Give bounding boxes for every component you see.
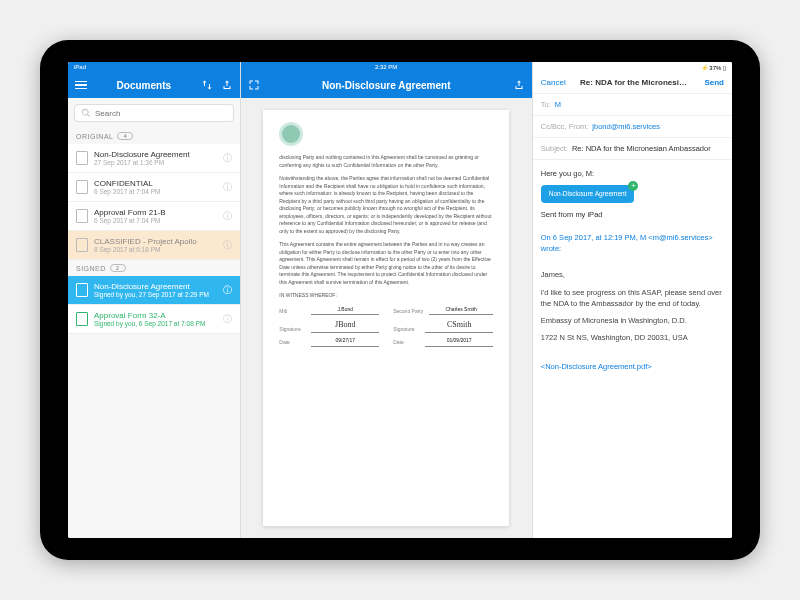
info-icon[interactable]: ⓘ bbox=[223, 210, 232, 223]
cc-field[interactable]: Cc/Bcc, From:jbond@mi6.services bbox=[533, 116, 732, 138]
mail-signature: Sent from my iPad bbox=[541, 209, 724, 220]
clock: 2:32 PM bbox=[375, 64, 397, 70]
search-field[interactable] bbox=[74, 104, 234, 122]
documents-sidebar: iPad Documents ORIGINAL 4 bbox=[68, 62, 241, 538]
menu-icon[interactable] bbox=[74, 78, 88, 92]
share-icon[interactable] bbox=[512, 78, 526, 92]
cancel-button[interactable]: Cancel bbox=[541, 78, 566, 87]
info-icon[interactable]: ⓘ bbox=[223, 239, 232, 252]
search-input[interactable] bbox=[95, 109, 227, 118]
attachment-name: Non-Disclosure Agreement bbox=[549, 189, 627, 199]
expand-icon[interactable] bbox=[247, 78, 261, 92]
paragraph: This Agreement contains the entire agree… bbox=[279, 241, 493, 286]
sort-icon[interactable] bbox=[200, 78, 214, 92]
signature-scribble: CSmith bbox=[425, 319, 493, 333]
document-icon bbox=[76, 209, 88, 223]
page-container[interactable]: disclosing Party and nothing contained i… bbox=[241, 98, 532, 538]
info-icon[interactable]: ⓘ bbox=[223, 181, 232, 194]
crest-logo bbox=[279, 122, 303, 146]
quote-address: Embassy of Micronesia in Washington, D.D… bbox=[541, 315, 724, 326]
attachment-chip[interactable]: Non-Disclosure Agreement + bbox=[541, 185, 635, 203]
document-icon bbox=[76, 283, 88, 297]
quote-address: 1722 N St NS, Washington, DD 20031, USA bbox=[541, 332, 724, 343]
section-signed: SIGNED 2 bbox=[68, 260, 240, 276]
sidebar-toolbar: Documents bbox=[68, 72, 240, 98]
battery-status: ⚡ 37% ▯ bbox=[701, 64, 726, 71]
signed-count: 2 bbox=[110, 264, 126, 272]
status-bar-center-segment: 2:32 PM bbox=[241, 62, 532, 72]
quote-header: On 6 Sep 2017, at 12:19 PM, M <m@mi6.ser… bbox=[541, 232, 724, 255]
quote-greeting: James, bbox=[541, 269, 724, 280]
status-bar-left-segment: iPad bbox=[68, 62, 240, 72]
original-count: 4 bbox=[117, 132, 133, 140]
document-icon bbox=[76, 312, 88, 326]
info-icon[interactable]: ⓘ bbox=[223, 284, 232, 297]
greeting: Here you go, M: bbox=[541, 168, 724, 179]
paragraph: Notwithstanding the above, the Parties a… bbox=[279, 175, 493, 235]
witness-line: IN WITNESS WHEREOF: bbox=[279, 292, 493, 300]
to-field[interactable]: To:M bbox=[533, 94, 732, 116]
device-label: iPad bbox=[74, 64, 86, 70]
mail-toolbar: Cancel Re: NDA for the Micronesian… Send bbox=[533, 72, 732, 94]
share-icon[interactable] bbox=[220, 78, 234, 92]
send-button[interactable]: Send bbox=[704, 78, 724, 87]
doc-item[interactable]: CLASSIFIED - Project Apollo8 Sep 2017 at… bbox=[68, 231, 240, 260]
sidebar-title: Documents bbox=[94, 80, 194, 91]
info-icon[interactable]: ⓘ bbox=[223, 313, 232, 326]
status-bar-right-segment: ⚡ 37% ▯ bbox=[533, 62, 732, 72]
document-page: disclosing Party and nothing contained i… bbox=[263, 110, 509, 526]
viewer-toolbar: Non-Disclosure Agreement bbox=[241, 72, 532, 98]
document-icon bbox=[76, 238, 88, 252]
document-viewer: 2:32 PM Non-Disclosure Agreement bbox=[241, 62, 533, 538]
signature-scribble: JBond bbox=[311, 319, 379, 333]
section-original: ORIGINAL 4 bbox=[68, 128, 240, 144]
add-attachment-icon[interactable]: + bbox=[628, 181, 638, 191]
search-icon bbox=[81, 108, 91, 118]
quote-attachment-link[interactable]: <Non-Disclosure Agreement.pdf> bbox=[541, 361, 724, 372]
quote-body: I'd like to see progress on this ASAP, p… bbox=[541, 287, 724, 310]
mail-body[interactable]: Here you go, M: Non-Disclosure Agreement… bbox=[533, 160, 732, 538]
mail-title: Re: NDA for the Micronesian… bbox=[580, 78, 690, 87]
doc-item[interactable]: Approval Form 21-B6 Sep 2017 at 7:04 PM … bbox=[68, 202, 240, 231]
mail-compose-pane: ⚡ 37% ▯ Cancel Re: NDA for the Micronesi… bbox=[533, 62, 732, 538]
signature-row: Mi6J.Bond SignatureJBond Date09/27/17 Se… bbox=[279, 306, 493, 347]
viewer-title: Non-Disclosure Agreement bbox=[247, 80, 526, 91]
doc-item[interactable]: CONFIDENTIAL6 Sep 2017 at 7:04 PM ⓘ bbox=[68, 173, 240, 202]
paragraph: disclosing Party and nothing contained i… bbox=[279, 154, 493, 169]
document-icon bbox=[76, 151, 88, 165]
doc-item[interactable]: Non-Disclosure Agreement27 Sep 2017 at 1… bbox=[68, 144, 240, 173]
subject-field[interactable]: Subject:Re: NDA for the Micronesian Amba… bbox=[533, 138, 732, 160]
doc-item-selected[interactable]: Non-Disclosure AgreementSigned by you, 2… bbox=[68, 276, 240, 305]
doc-item[interactable]: Approval Form 32-ASigned by you, 6 Sep 2… bbox=[68, 305, 240, 334]
document-icon bbox=[76, 180, 88, 194]
info-icon[interactable]: ⓘ bbox=[223, 152, 232, 165]
